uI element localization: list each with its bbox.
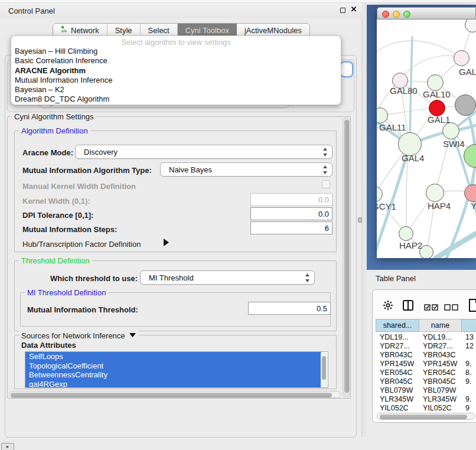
- chevron-updown-icon: [305, 273, 310, 285]
- table-row[interactable]: YIL052CYIL052C9: [376, 404, 476, 412]
- cell: 9.: [461, 360, 476, 369]
- column-header-shared-name[interactable]: shared...: [376, 319, 419, 332]
- sources-disclosure-icon[interactable]: [129, 331, 136, 340]
- algorithm-option[interactable]: Basic Correlation Inference: [11, 56, 341, 66]
- algorithm-option[interactable]: Dream8 DC_TDC Algorithm: [11, 94, 341, 104]
- table-row[interactable]: YER054CYER054C8.: [376, 369, 476, 377]
- select-all-checkboxes-icon[interactable]: [424, 302, 438, 313]
- table-row[interactable]: YDR27...YDR27...12: [376, 342, 476, 351]
- tab-cyni-toolbox[interactable]: Cyni Toolbox: [178, 24, 237, 37]
- cell: YBL079W: [376, 386, 419, 395]
- table-row[interactable]: YBR043CYBR043C: [376, 351, 476, 360]
- settings-hscrollbar-thumb[interactable]: [11, 393, 332, 397]
- mi-threshold-definition-title: MI Threshold Definition: [25, 288, 108, 297]
- data-attributes-list[interactable]: SelfLoops TopologicalCoefficient Between…: [25, 351, 328, 388]
- network-node[interactable]: [454, 50, 470, 66]
- mi-algorithm-type-combobox[interactable]: Naive Bayes: [160, 162, 332, 177]
- node-label: GAL1: [428, 115, 450, 125]
- list-scrollbar-thumb[interactable]: [322, 356, 326, 380]
- mi-threshold-label: Mutual Information Threshold:: [27, 305, 138, 314]
- float-panel-icon[interactable]: [340, 8, 345, 13]
- kernel-width-label: Kernel Width (0,1):: [22, 197, 90, 206]
- panel-splitter[interactable]: [362, 3, 367, 437]
- tab-jactivemnodules-label: jActiveMNodules: [244, 26, 302, 35]
- cell: [461, 386, 476, 395]
- mi-steps-field[interactable]: [250, 221, 332, 234]
- network-node-selected[interactable]: [429, 100, 445, 116]
- algorithm-definition-title: Algorithm Definition: [19, 126, 90, 135]
- column-header-clipped[interactable]: [461, 319, 476, 332]
- list-item[interactable]: gal4RGexp: [25, 380, 321, 389]
- table-hscrollbar-thumb[interactable]: [380, 415, 467, 419]
- cell: YLR345W: [419, 395, 461, 404]
- window-close-icon[interactable]: [382, 11, 389, 18]
- node-label: GAL80: [390, 86, 418, 96]
- which-threshold-value: MI Threshold: [149, 273, 194, 282]
- splitter-grip-icon[interactable]: [358, 217, 362, 223]
- application-root: Control Panel ✕ Network Style Select Cyn…: [0, 0, 476, 450]
- mi-threshold-field[interactable]: [248, 302, 331, 315]
- node-table[interactable]: shared... name YDL19...YDL19...13 YDR27.…: [376, 319, 476, 412]
- network-canvas[interactable]: GAL GAL80 GAL10 GAL1 GAL11 SWI4 GAL4 GCY…: [377, 19, 476, 258]
- table-row[interactable]: YLR345WYLR345W9.: [376, 395, 476, 404]
- tab-style[interactable]: Style: [107, 24, 141, 37]
- table-hscrollbar-track[interactable]: [377, 413, 475, 420]
- cell: YER054C: [376, 369, 419, 377]
- focused-combobox-fragment[interactable]: [340, 61, 353, 77]
- close-icon[interactable]: ✕: [350, 6, 357, 13]
- kernel-width-field[interactable]: [250, 193, 332, 206]
- settings-vscrollbar-thumb[interactable]: [344, 120, 349, 393]
- split-view-icon[interactable]: [402, 299, 414, 314]
- table-row[interactable]: YBL079WYBL079W: [376, 386, 476, 395]
- document-icon[interactable]: [468, 298, 476, 315]
- list-item[interactable]: SelfLoops: [25, 352, 321, 361]
- tab-jactivemnodules[interactable]: jActiveMNodules: [237, 24, 309, 37]
- gear-icon[interactable]: [383, 300, 393, 313]
- mi-algorithm-type-value: Naive Bayes: [169, 165, 212, 174]
- algorithm-option[interactable]: Bayesian – Hill Climbing: [11, 47, 341, 56]
- control-panel-window: Control Panel ✕ Network Style Select Cyn…: [0, 3, 362, 437]
- list-item[interactable]: BetweennessCentrality: [25, 370, 321, 380]
- control-panel-title: Control Panel: [8, 6, 55, 15]
- list-item[interactable]: TopologicalCoefficient: [25, 361, 321, 371]
- hub-disclosure-icon[interactable]: [163, 238, 169, 249]
- network-node[interactable]: [442, 122, 459, 139]
- network-node[interactable]: [455, 94, 476, 116]
- tab-network[interactable]: Network: [53, 24, 107, 37]
- node-label: SWI4: [443, 139, 465, 149]
- settings-vscrollbar-track[interactable]: [343, 118, 350, 397]
- table-row[interactable]: YDL19...YDL19...13: [376, 333, 476, 342]
- cell: 9.: [461, 395, 476, 404]
- table-row[interactable]: YBR045CYBR045C9.: [376, 377, 476, 386]
- algorithm-option[interactable]: Mutual Information Inference: [11, 76, 341, 85]
- list-scrollbar-track[interactable]: [321, 353, 327, 388]
- cell: YIL052C: [376, 404, 419, 412]
- dock-panel-mini-button[interactable]: ▸: [1, 443, 14, 450]
- cell: YBR045C: [376, 377, 419, 386]
- network-window-titlebar: [377, 7, 476, 19]
- network-node[interactable]: [427, 74, 444, 91]
- network-node[interactable]: [398, 132, 422, 156]
- tab-select[interactable]: Select: [141, 24, 178, 37]
- network-node[interactable]: [426, 184, 444, 202]
- window-zoom-icon[interactable]: [403, 11, 410, 18]
- window-minimize-icon[interactable]: [393, 11, 400, 18]
- sources-title: Sources for Network Inference: [19, 331, 139, 340]
- cyni-algorithm-settings-title: Cyni Algorithm Settings: [12, 112, 96, 121]
- cell: YER054C: [419, 369, 461, 377]
- settings-hscrollbar-track[interactable]: [9, 391, 341, 398]
- algorithm-option-selected[interactable]: ARACNE Algorithm: [11, 66, 341, 76]
- algorithm-option[interactable]: Bayesian – K2: [11, 85, 341, 94]
- deselect-all-checkboxes-icon[interactable]: [444, 302, 458, 313]
- cell: YPR145W: [419, 360, 461, 369]
- network-node[interactable]: [399, 226, 413, 241]
- which-threshold-combobox[interactable]: MI Threshold: [140, 270, 315, 285]
- dpi-tolerance-field[interactable]: [250, 207, 332, 220]
- chevron-updown-icon: [322, 165, 328, 177]
- table-row[interactable]: YPR145WYPR145W9.: [376, 360, 476, 369]
- column-header-name[interactable]: name: [419, 319, 462, 332]
- manual-kernel-width-checkbox[interactable]: [322, 180, 330, 188]
- control-panel-titlebar: Control Panel ✕: [0, 3, 362, 18]
- mi-algorithm-type-label: Mutual Information Algorithm Type:: [22, 166, 152, 175]
- aracne-mode-combobox[interactable]: Discovery: [75, 145, 332, 159]
